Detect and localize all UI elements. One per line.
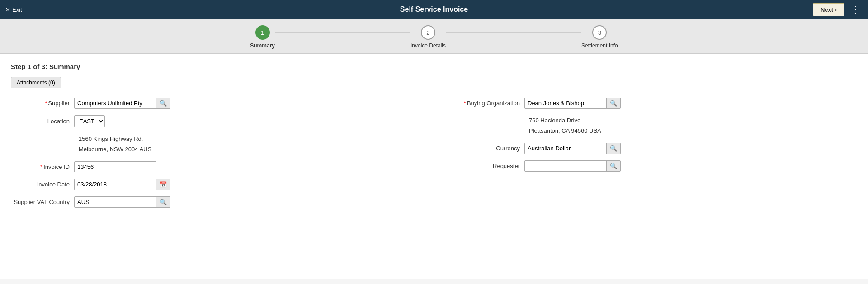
step-2-circle: 2 (421, 25, 435, 40)
header: ✕ Exit Self Service Invoice Next › ⋮ (0, 0, 868, 19)
form-left: Supplier 🔍 Location EAST 1560 Kings High… (11, 98, 434, 214)
currency-row: Currency 🔍 (452, 143, 857, 154)
location-row: Location EAST (11, 115, 416, 127)
step-3-circle: 3 (592, 25, 607, 40)
close-icon: ✕ (5, 6, 10, 13)
step-line-1 (275, 32, 410, 33)
supplier-label: Supplier (11, 100, 74, 107)
calendar-button[interactable]: 📅 (156, 179, 170, 190)
currency-label: Currency (452, 145, 524, 152)
supplier-vat-label: Supplier VAT Country (11, 199, 74, 205)
stepper: 1 Summary 2 Invoice Details 3 Settlement… (0, 19, 868, 54)
address-row: 1560 Kings Highway Rd. Melbourne, NSW 20… (11, 134, 416, 155)
header-title: Self Service Invoice (400, 5, 468, 14)
buying-org-input[interactable] (525, 98, 606, 108)
exit-label: Exit (12, 6, 22, 13)
step-1-label: Summary (250, 42, 275, 49)
buying-org-field: 🔍 (524, 98, 621, 109)
location-select[interactable]: EAST (75, 116, 104, 127)
next-button[interactable]: Next › (813, 3, 844, 16)
step-line-2 (446, 32, 581, 33)
address-line2: Melbourne, NSW 2004 AUS (79, 144, 151, 154)
main-content: Step 1 of 3: Summary Attachments (0) Sup… (0, 54, 868, 279)
buying-org-label: Buying Organization (452, 100, 524, 107)
requester-input[interactable] (525, 161, 606, 171)
step-1[interactable]: 1 Summary (250, 25, 275, 49)
buying-org-search-button[interactable]: 🔍 (606, 98, 620, 108)
invoice-date-row: Invoice Date 📅 (11, 179, 416, 190)
more-menu-button[interactable]: ⋮ (848, 4, 863, 15)
form-right: Buying Organization 🔍 760 Hacienda Drive… (434, 98, 857, 214)
invoice-id-input[interactable] (74, 161, 156, 172)
location-label: Location (11, 118, 74, 125)
buying-address-line2: Pleasanton, CA 94560 USA (529, 126, 601, 136)
invoice-date-input[interactable] (74, 179, 156, 190)
buying-address-row: 760 Hacienda Drive Pleasanton, CA 94560 … (452, 115, 857, 136)
currency-field: 🔍 (524, 143, 621, 154)
buying-org-row: Buying Organization 🔍 (452, 98, 857, 109)
requester-field: 🔍 (524, 160, 621, 172)
currency-search-button[interactable]: 🔍 (606, 143, 620, 154)
requester-label: Requester (452, 163, 524, 169)
location-field: EAST (74, 115, 105, 127)
invoice-date-label: Invoice Date (11, 181, 74, 188)
requester-row: Requester 🔍 (452, 160, 857, 172)
currency-input[interactable] (525, 143, 606, 154)
supplier-vat-search-button[interactable]: 🔍 (156, 197, 170, 207)
supplier-search-button[interactable]: 🔍 (156, 98, 170, 108)
supplier-vat-input[interactable] (75, 197, 156, 207)
page-title: Step 1 of 3: Summary (11, 63, 857, 70)
step-2-label: Invoice Details (410, 42, 446, 49)
supplier-vat-field: 🔍 (74, 196, 170, 208)
invoice-date-field: 📅 (74, 179, 170, 190)
invoice-id-row: Invoice ID (11, 161, 416, 172)
step-3[interactable]: 3 Settlement Info (581, 25, 618, 49)
address-line1: 1560 Kings Highway Rd. (79, 134, 151, 144)
exit-button[interactable]: ✕ Exit (5, 6, 22, 13)
form-area: Supplier 🔍 Location EAST 1560 Kings High… (11, 98, 857, 214)
step-3-label: Settlement Info (581, 42, 618, 49)
buying-address-line1: 760 Hacienda Drive (529, 115, 601, 126)
invoice-id-label: Invoice ID (11, 163, 74, 170)
step-2[interactable]: 2 Invoice Details (410, 25, 446, 49)
supplier-vat-row: Supplier VAT Country 🔍 (11, 196, 416, 208)
supplier-field: 🔍 (74, 98, 170, 109)
step-1-circle: 1 (255, 25, 270, 40)
supplier-input[interactable] (75, 98, 156, 108)
attachments-button[interactable]: Attachments (0) (11, 77, 61, 88)
requester-search-button[interactable]: 🔍 (606, 161, 620, 171)
supplier-row: Supplier 🔍 (11, 98, 416, 109)
